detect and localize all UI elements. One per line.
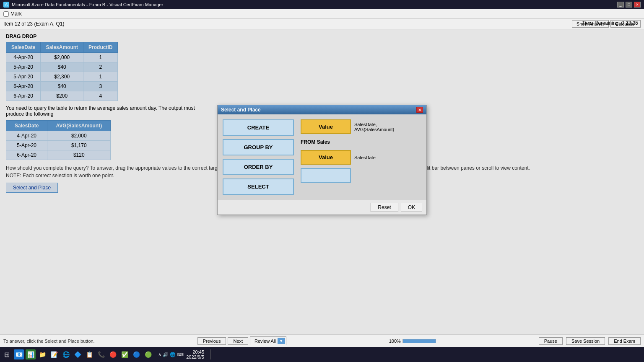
group-by-button[interactable]: GROUP BY xyxy=(223,139,294,155)
drop-row-3 xyxy=(301,168,421,183)
taskbar: ⊞ 📧 📊 📁 📝 🌐 🔷 📋 📞 🔴 ✅ 🔵 🟢 ∧ 🔊 🌐 ⌨ 20:45 … xyxy=(0,347,644,362)
reset-button[interactable]: Reset xyxy=(371,203,398,212)
modal-body: CREATE GROUP BY ORDER BY SELECT Value Sa… xyxy=(218,114,426,200)
action-buttons: Pause Save Session End Exam xyxy=(539,337,641,345)
save-session-button[interactable]: Save Session xyxy=(566,337,605,345)
from-sales-label: FROM Sales xyxy=(301,137,330,147)
select-button[interactable]: SELECT xyxy=(223,178,294,195)
value-btn-1[interactable]: Value xyxy=(301,119,351,134)
modal-close-button[interactable]: ✕ xyxy=(416,107,423,113)
taskbar-date-value: 2022/9/5 xyxy=(186,354,204,359)
start-button[interactable]: ⊞ xyxy=(2,350,12,359)
modal-titlebar: Select and Place ✕ xyxy=(218,105,426,114)
time-remaining: Time Remaining: 0:23:35 xyxy=(582,20,638,26)
taskbar-icon-chrome[interactable]: 🌐 xyxy=(61,349,71,359)
drop-label-2: SalesDate xyxy=(354,155,376,160)
drop-zone-area: Value SalesDate, AVG(SalesAmount) FROM S… xyxy=(301,119,421,195)
value-btn-2[interactable]: Value xyxy=(301,150,351,165)
taskbar-icon-blue[interactable]: 🔵 xyxy=(131,349,141,359)
modal-title: Select and Place xyxy=(221,107,261,113)
mark-label: Mark xyxy=(10,11,22,17)
window-controls[interactable]: _ □ ✕ xyxy=(617,2,641,8)
taskbar-icon-phone[interactable]: 📞 xyxy=(96,349,106,359)
empty-drop-zone[interactable] xyxy=(301,168,351,183)
select-place-modal: Select and Place ✕ CREATE GROUP BY ORDER… xyxy=(217,105,427,215)
create-button[interactable]: CREATE xyxy=(223,119,294,136)
zoom-percent: 100% xyxy=(389,339,401,344)
taskbar-icon-red[interactable]: 🔴 xyxy=(108,349,118,359)
zoom-area: 100% xyxy=(389,339,436,344)
drop-row-1: Value SalesDate, AVG(SalesAmount) xyxy=(301,119,421,134)
mark-checkbox[interactable]: Mark xyxy=(3,11,22,17)
order-by-button[interactable]: ORDER BY xyxy=(223,159,294,175)
zoom-bar xyxy=(402,339,436,343)
main-content: DRAG DROP SalesDate SalesAmount ProductI… xyxy=(0,29,644,334)
taskbar-clock: 20:45 2022/9/5 xyxy=(186,349,208,359)
review-all-button[interactable]: Review All ▼ xyxy=(250,336,286,345)
taskbar-time-value: 20:45 xyxy=(186,349,204,354)
taskbar-icon-azure[interactable]: 🔷 xyxy=(73,349,83,359)
end-exam-button[interactable]: End Exam xyxy=(608,337,641,345)
taskbar-icon-check[interactable]: ✅ xyxy=(119,349,130,359)
tray-icons: ∧ 🔊 🌐 ⌨ xyxy=(158,352,184,357)
taskbar-icon-folder[interactable]: 📁 xyxy=(37,349,47,359)
modal-overlay: Select and Place ✕ CREATE GROUP BY ORDER… xyxy=(0,29,644,334)
item-info: Item 12 of 23 (Exam A, Q1) xyxy=(3,21,64,27)
window-title: Microsoft Azure Data Fundamentals - Exam… xyxy=(12,2,617,7)
zoom-bar-fill xyxy=(403,339,436,343)
close-button[interactable]: ✕ xyxy=(634,2,641,8)
review-dropdown-arrow[interactable]: ▼ xyxy=(278,338,285,344)
previous-button[interactable]: Previous xyxy=(197,337,226,345)
drop-row-2: Value SalesDate xyxy=(301,150,421,165)
minimize-button[interactable]: _ xyxy=(617,2,624,8)
maximize-button[interactable]: □ xyxy=(626,2,632,8)
bottom-info: To answer, click the Select and Place bu… xyxy=(3,339,95,344)
taskbar-icon-excel[interactable]: 📊 xyxy=(26,349,36,359)
taskbar-icon-docs[interactable]: 📝 xyxy=(49,349,59,359)
drop-label-1: SalesDate, AVG(SalesAmount) xyxy=(354,122,394,132)
taskbar-icon-clipboard[interactable]: 📋 xyxy=(84,349,94,359)
app-header: Mark Time Remaining: 0:23:35 xyxy=(0,9,644,19)
title-bar: A Microsoft Azure Data Fundamentals - Ex… xyxy=(0,0,644,9)
ok-button[interactable]: OK xyxy=(401,203,422,212)
app-icon: A xyxy=(3,2,9,8)
next-button[interactable]: Next xyxy=(228,337,248,345)
command-list: CREATE GROUP BY ORDER BY SELECT xyxy=(223,119,294,195)
top-toolbar: Item 12 of 23 (Exam A, Q1) Show Answer C… xyxy=(0,19,644,29)
modal-footer: Reset OK xyxy=(218,200,426,215)
system-tray: ∧ 🔊 🌐 ⌨ 20:45 2022/9/5 xyxy=(155,349,216,359)
nav-buttons: Previous Next Review All ▼ xyxy=(197,336,286,345)
taskbar-icon-mail[interactable]: 📧 xyxy=(14,349,24,359)
taskbar-icon-green[interactable]: 🟢 xyxy=(143,349,153,359)
pause-button[interactable]: Pause xyxy=(539,337,563,345)
drop-row-from: FROM Sales xyxy=(301,137,421,147)
show-desktop[interactable] xyxy=(210,349,213,359)
mark-input[interactable] xyxy=(3,11,9,17)
bottom-bar: To answer, click the Select and Place bu… xyxy=(0,334,644,347)
